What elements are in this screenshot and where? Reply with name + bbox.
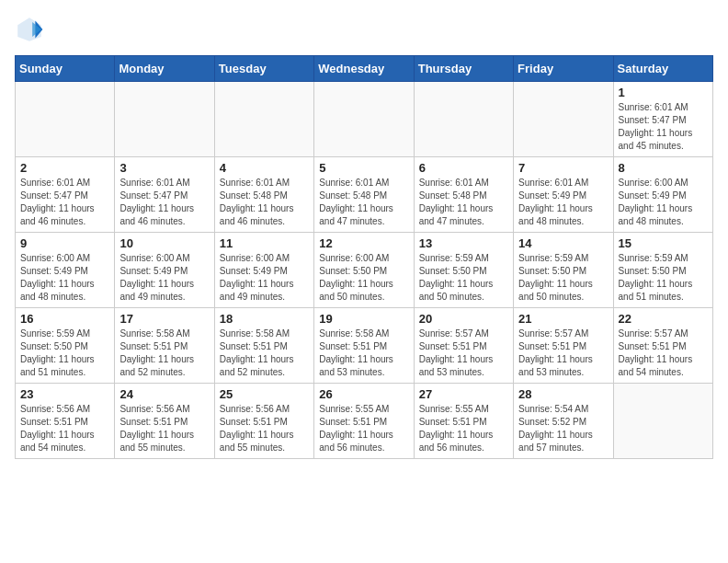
day-number: 22 <box>619 312 708 326</box>
calendar-cell <box>314 82 414 157</box>
logo <box>15 15 48 44</box>
calendar-cell: 14Sunrise: 5:59 AM Sunset: 5:50 PM Dayli… <box>514 233 613 308</box>
day-number: 11 <box>220 236 309 250</box>
calendar-cell: 3Sunrise: 6:01 AM Sunset: 5:47 PM Daylig… <box>115 157 214 233</box>
day-number: 13 <box>419 236 508 250</box>
calendar-day-header: Friday <box>514 56 613 82</box>
day-number: 20 <box>419 312 508 326</box>
calendar-day-header: Tuesday <box>214 56 313 82</box>
calendar-cell: 6Sunrise: 6:01 AM Sunset: 5:48 PM Daylig… <box>414 157 513 233</box>
day-number: 19 <box>319 312 408 326</box>
day-info: Sunrise: 5:54 AM Sunset: 5:52 PM Dayligh… <box>518 403 608 454</box>
calendar-week-row: 23Sunrise: 5:56 AM Sunset: 5:51 PM Dayli… <box>16 384 713 459</box>
calendar-day-header: Wednesday <box>314 56 414 82</box>
day-info: Sunrise: 5:56 AM Sunset: 5:51 PM Dayligh… <box>20 403 109 454</box>
day-info: Sunrise: 5:56 AM Sunset: 5:51 PM Dayligh… <box>119 403 209 454</box>
calendar-cell: 7Sunrise: 6:01 AM Sunset: 5:49 PM Daylig… <box>514 157 613 233</box>
day-number: 8 <box>619 161 708 175</box>
calendar-cell: 2Sunrise: 6:01 AM Sunset: 5:47 PM Daylig… <box>16 157 115 233</box>
day-info: Sunrise: 5:55 AM Sunset: 5:51 PM Dayligh… <box>319 403 408 454</box>
day-info: Sunrise: 5:59 AM Sunset: 5:50 PM Dayligh… <box>419 252 508 304</box>
day-number: 6 <box>419 161 508 175</box>
calendar-cell <box>414 82 513 157</box>
logo-icon <box>15 15 44 44</box>
day-info: Sunrise: 5:59 AM Sunset: 5:50 PM Dayligh… <box>619 252 708 304</box>
day-info: Sunrise: 6:01 AM Sunset: 5:49 PM Dayligh… <box>518 177 608 228</box>
day-info: Sunrise: 5:58 AM Sunset: 5:51 PM Dayligh… <box>220 327 309 379</box>
calendar-cell: 8Sunrise: 6:00 AM Sunset: 5:49 PM Daylig… <box>613 157 712 233</box>
day-info: Sunrise: 5:58 AM Sunset: 5:51 PM Dayligh… <box>119 327 209 379</box>
day-number: 7 <box>518 161 608 175</box>
day-info: Sunrise: 6:00 AM Sunset: 5:49 PM Dayligh… <box>119 252 209 304</box>
day-info: Sunrise: 6:01 AM Sunset: 5:47 PM Dayligh… <box>20 177 109 228</box>
day-info: Sunrise: 5:59 AM Sunset: 5:50 PM Dayligh… <box>20 327 109 379</box>
calendar-cell: 5Sunrise: 6:01 AM Sunset: 5:48 PM Daylig… <box>314 157 414 233</box>
calendar-cell: 23Sunrise: 5:56 AM Sunset: 5:51 PM Dayli… <box>16 384 115 459</box>
calendar-cell: 27Sunrise: 5:55 AM Sunset: 5:51 PM Dayli… <box>414 384 513 459</box>
calendar-cell: 22Sunrise: 5:57 AM Sunset: 5:51 PM Dayli… <box>613 308 712 384</box>
day-number: 12 <box>319 236 408 250</box>
calendar-cell <box>115 82 214 157</box>
day-number: 16 <box>20 312 109 326</box>
calendar-cell: 18Sunrise: 5:58 AM Sunset: 5:51 PM Dayli… <box>214 308 313 384</box>
day-info: Sunrise: 6:00 AM Sunset: 5:49 PM Dayligh… <box>220 252 309 304</box>
calendar-cell: 4Sunrise: 6:01 AM Sunset: 5:48 PM Daylig… <box>214 157 313 233</box>
day-info: Sunrise: 5:56 AM Sunset: 5:51 PM Dayligh… <box>220 403 309 454</box>
calendar-cell: 13Sunrise: 5:59 AM Sunset: 5:50 PM Dayli… <box>414 233 513 308</box>
calendar-cell: 26Sunrise: 5:55 AM Sunset: 5:51 PM Dayli… <box>314 384 414 459</box>
calendar-day-header: Thursday <box>414 56 513 82</box>
calendar-week-row: 2Sunrise: 6:01 AM Sunset: 5:47 PM Daylig… <box>16 157 713 233</box>
calendar-day-header: Saturday <box>613 56 712 82</box>
calendar-cell: 9Sunrise: 6:00 AM Sunset: 5:49 PM Daylig… <box>16 233 115 308</box>
day-info: Sunrise: 6:01 AM Sunset: 5:48 PM Dayligh… <box>419 177 508 228</box>
day-info: Sunrise: 6:01 AM Sunset: 5:48 PM Dayligh… <box>319 177 408 228</box>
day-number: 5 <box>319 161 408 175</box>
day-number: 14 <box>518 236 608 250</box>
calendar-day-header: Sunday <box>16 56 115 82</box>
day-number: 2 <box>20 161 109 175</box>
calendar-cell: 19Sunrise: 5:58 AM Sunset: 5:51 PM Dayli… <box>314 308 414 384</box>
calendar-cell: 12Sunrise: 6:00 AM Sunset: 5:50 PM Dayli… <box>314 233 414 308</box>
day-number: 25 <box>220 387 309 401</box>
calendar-week-row: 9Sunrise: 6:00 AM Sunset: 5:49 PM Daylig… <box>16 233 713 308</box>
day-number: 27 <box>419 387 508 401</box>
day-number: 10 <box>119 236 209 250</box>
calendar-cell: 28Sunrise: 5:54 AM Sunset: 5:52 PM Dayli… <box>514 384 613 459</box>
day-number: 23 <box>20 387 109 401</box>
day-info: Sunrise: 6:00 AM Sunset: 5:49 PM Dayligh… <box>619 177 708 228</box>
calendar-cell <box>214 82 313 157</box>
day-info: Sunrise: 6:01 AM Sunset: 5:48 PM Dayligh… <box>220 177 309 228</box>
calendar-cell: 25Sunrise: 5:56 AM Sunset: 5:51 PM Dayli… <box>214 384 313 459</box>
day-info: Sunrise: 5:57 AM Sunset: 5:51 PM Dayligh… <box>619 327 708 379</box>
day-info: Sunrise: 5:55 AM Sunset: 5:51 PM Dayligh… <box>419 403 508 454</box>
calendar-cell: 24Sunrise: 5:56 AM Sunset: 5:51 PM Dayli… <box>115 384 214 459</box>
day-info: Sunrise: 5:57 AM Sunset: 5:51 PM Dayligh… <box>419 327 508 379</box>
day-number: 9 <box>20 236 109 250</box>
calendar-week-row: 16Sunrise: 5:59 AM Sunset: 5:50 PM Dayli… <box>16 308 713 384</box>
day-info: Sunrise: 5:59 AM Sunset: 5:50 PM Dayligh… <box>518 252 608 304</box>
calendar-cell: 1Sunrise: 6:01 AM Sunset: 5:47 PM Daylig… <box>613 82 712 157</box>
calendar-cell <box>613 384 712 459</box>
day-info: Sunrise: 6:00 AM Sunset: 5:50 PM Dayligh… <box>319 252 408 304</box>
calendar-cell: 15Sunrise: 5:59 AM Sunset: 5:50 PM Dayli… <box>613 233 712 308</box>
calendar-cell <box>16 82 115 157</box>
day-number: 24 <box>119 387 209 401</box>
calendar-cell: 21Sunrise: 5:57 AM Sunset: 5:51 PM Dayli… <box>514 308 613 384</box>
calendar-cell: 10Sunrise: 6:00 AM Sunset: 5:49 PM Dayli… <box>115 233 214 308</box>
day-number: 17 <box>119 312 209 326</box>
calendar-header-row: SundayMondayTuesdayWednesdayThursdayFrid… <box>16 56 713 82</box>
day-number: 18 <box>220 312 309 326</box>
calendar-cell: 17Sunrise: 5:58 AM Sunset: 5:51 PM Dayli… <box>115 308 214 384</box>
calendar-table: SundayMondayTuesdayWednesdayThursdayFrid… <box>15 55 713 459</box>
calendar-cell: 20Sunrise: 5:57 AM Sunset: 5:51 PM Dayli… <box>414 308 513 384</box>
day-number: 28 <box>518 387 608 401</box>
day-number: 26 <box>319 387 408 401</box>
day-number: 1 <box>619 86 708 99</box>
day-number: 15 <box>619 236 708 250</box>
page-header <box>15 15 713 44</box>
calendar-cell: 11Sunrise: 6:00 AM Sunset: 5:49 PM Dayli… <box>214 233 313 308</box>
calendar-cell: 16Sunrise: 5:59 AM Sunset: 5:50 PM Dayli… <box>16 308 115 384</box>
day-info: Sunrise: 5:58 AM Sunset: 5:51 PM Dayligh… <box>319 327 408 379</box>
day-number: 21 <box>518 312 608 326</box>
day-info: Sunrise: 6:00 AM Sunset: 5:49 PM Dayligh… <box>20 252 109 304</box>
